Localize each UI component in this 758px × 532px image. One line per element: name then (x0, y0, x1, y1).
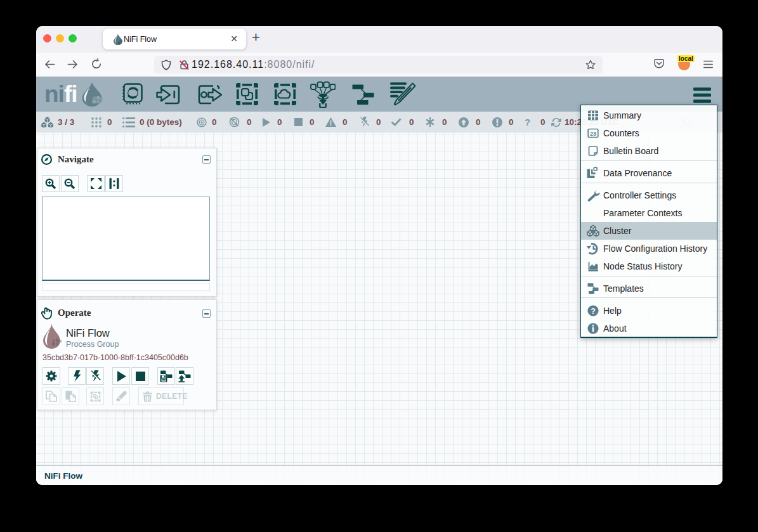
svg-text:23: 23 (590, 131, 596, 137)
svg-text:?: ? (591, 307, 596, 316)
